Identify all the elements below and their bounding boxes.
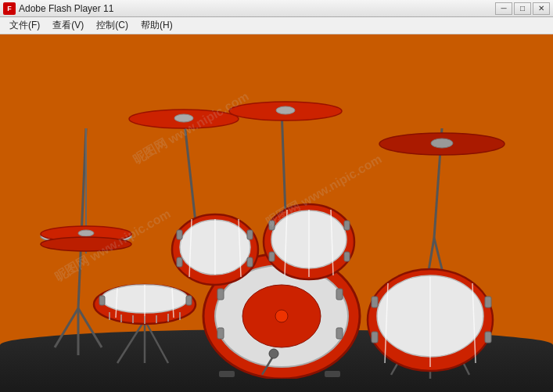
flash-content[interactable]: 昵图网 www.nipic.com 昵图网 www.nipic.com 昵图网 … bbox=[0, 34, 553, 392]
svg-rect-66 bbox=[186, 296, 192, 305]
svg-line-1 bbox=[55, 308, 78, 347]
svg-rect-47 bbox=[344, 221, 350, 230]
menu-file[interactable]: 文件(F) bbox=[3, 17, 46, 34]
svg-rect-75 bbox=[372, 297, 378, 307]
minimize-button[interactable]: ─ bbox=[495, 2, 512, 15]
svg-point-82 bbox=[275, 310, 288, 322]
window-title: Adobe Flash Player 11 bbox=[19, 3, 495, 14]
svg-rect-38 bbox=[247, 230, 253, 239]
svg-rect-32 bbox=[325, 371, 340, 377]
maximize-button[interactable]: □ bbox=[514, 2, 531, 15]
svg-rect-27 bbox=[336, 289, 343, 300]
svg-line-54 bbox=[145, 320, 168, 363]
menu-control[interactable]: 控制(C) bbox=[90, 17, 135, 34]
svg-rect-65 bbox=[99, 296, 105, 305]
svg-rect-40 bbox=[247, 257, 253, 267]
window-controls: ─ □ ✕ bbox=[495, 2, 550, 15]
drumkit-svg bbox=[16, 66, 540, 379]
svg-line-7 bbox=[282, 109, 285, 214]
svg-line-0 bbox=[78, 128, 86, 308]
svg-rect-49 bbox=[344, 252, 350, 261]
svg-line-2 bbox=[78, 308, 102, 347]
menu-view[interactable]: 查看(V) bbox=[46, 17, 90, 34]
svg-rect-31 bbox=[219, 371, 235, 377]
app-icon: F bbox=[3, 2, 16, 15]
svg-line-5 bbox=[184, 117, 196, 222]
drumkit-illustration bbox=[16, 66, 540, 379]
svg-point-14 bbox=[78, 230, 94, 236]
svg-rect-78 bbox=[485, 332, 491, 343]
svg-rect-28 bbox=[336, 328, 343, 339]
svg-rect-25 bbox=[217, 289, 224, 300]
svg-line-53 bbox=[117, 320, 145, 363]
menu-help[interactable]: 帮助(H) bbox=[135, 17, 179, 34]
svg-point-21 bbox=[431, 138, 453, 148]
svg-rect-48 bbox=[269, 252, 275, 261]
svg-rect-26 bbox=[217, 328, 224, 339]
close-button[interactable]: ✕ bbox=[533, 2, 550, 15]
svg-rect-76 bbox=[372, 332, 378, 343]
titlebar: F Adobe Flash Player 11 ─ □ ✕ bbox=[0, 0, 553, 17]
svg-point-34 bbox=[269, 349, 278, 358]
menubar: 文件(F) 查看(V) 控制(C) 帮助(H) bbox=[0, 17, 553, 34]
svg-point-15 bbox=[41, 237, 131, 251]
svg-rect-37 bbox=[177, 230, 182, 239]
svg-rect-39 bbox=[177, 257, 182, 267]
svg-rect-46 bbox=[269, 221, 275, 230]
svg-point-17 bbox=[174, 114, 193, 122]
svg-rect-77 bbox=[485, 297, 491, 307]
svg-point-19 bbox=[276, 106, 295, 114]
